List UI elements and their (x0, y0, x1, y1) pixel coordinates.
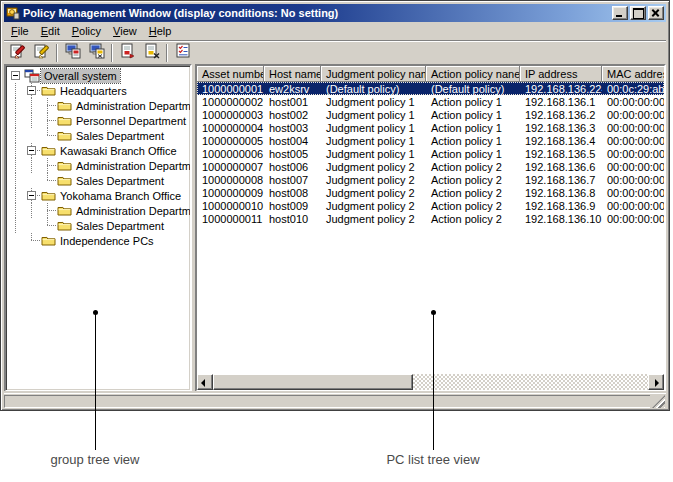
connector-line (47, 210, 56, 211)
connector-line (47, 211, 48, 218)
cell-host-name: host003 (264, 122, 321, 134)
tree-item-personnel-department[interactable]: Personnel Department (8, 113, 190, 128)
cell-asset-number: 1000000005 (197, 135, 264, 147)
cell-asset-number: 1000000007 (197, 161, 264, 173)
scroll-left-button[interactable] (197, 374, 213, 390)
tree-item-label: Independence PCs (57, 234, 157, 248)
table-row[interactable]: 1000000010host009Judgment policy 2Action… (197, 199, 664, 212)
edit-policy-pencil-yellow-icon (33, 42, 51, 63)
collapse-expander-icon[interactable] (11, 71, 20, 80)
policy-checklist-button[interactable] (171, 42, 194, 63)
pc-list-callout-line (433, 314, 434, 450)
menu-edit[interactable]: Edit (35, 23, 66, 39)
cell-host-name: host008 (264, 187, 321, 199)
collapse-expander-icon[interactable] (27, 146, 36, 155)
folder-icon (56, 128, 72, 143)
pc-list-callout-label: PC list tree view (353, 452, 513, 467)
tree-indent (8, 158, 24, 173)
tree-item-administration-department[interactable]: Administration Department (8, 158, 190, 173)
close-button[interactable] (648, 6, 664, 20)
apply-policy-document-button[interactable] (116, 42, 139, 63)
scrollbar-thumb[interactable] (213, 374, 413, 390)
tree-item-administration-department[interactable]: Administration Department (8, 203, 190, 218)
column-header-judgment-policy-name[interactable]: Judgment policy name (321, 66, 426, 82)
cell-action-policy-nane: Action policy 1 (426, 122, 520, 134)
table-row[interactable]: 1000000007host006Judgment policy 2Action… (197, 160, 664, 173)
menu-policy[interactable]: Policy (66, 23, 107, 39)
cell-ip-address: 192.168.136.4 (520, 135, 602, 147)
tree-item-sales-department[interactable]: Sales Department (8, 218, 190, 233)
menu-view[interactable]: View (107, 23, 143, 39)
table-row[interactable]: 1000000003host002Judgment policy 1Action… (197, 108, 664, 121)
tree-item-label: Sales Department (73, 219, 167, 233)
tree-connector (24, 233, 40, 248)
column-header-host-name[interactable]: Host name (264, 66, 321, 82)
tree-item-independence-pcs[interactable]: Independence PCs (8, 233, 190, 248)
menu-file[interactable]: File (5, 23, 35, 39)
table-row[interactable]: 1000000005host004Judgment policy 1Action… (197, 134, 664, 147)
minimize-button[interactable] (612, 6, 628, 20)
tree-indent (8, 173, 24, 188)
table-row[interactable]: 1000000006host005Judgment policy 1Action… (197, 147, 664, 160)
release-policy-document-button[interactable] (140, 42, 163, 63)
tree-item-overall-system[interactable]: Overall system (8, 68, 190, 83)
tree-indent (24, 173, 40, 188)
cell-judgment-policy-name: Judgment policy 2 (321, 187, 426, 199)
cell-ip-address: 192.168.136.10 (520, 213, 602, 225)
menu-help[interactable]: Help (143, 23, 178, 39)
titlebar[interactable]: Policy Management Window (display condit… (4, 4, 666, 22)
group-tree-view[interactable]: Overall systemHeadquartersAdministration… (4, 64, 192, 392)
column-header-asset-number[interactable]: Asset number (197, 66, 264, 82)
cell-asset-number: 1000000011 (197, 213, 264, 225)
connector-line (31, 240, 40, 241)
cell-mac-address: 00:00:00:00: (602, 148, 664, 160)
table-row[interactable]: 1000000004host003Judgment policy 1Action… (197, 121, 664, 134)
column-header-action-policy-nane[interactable]: Action policy nane (426, 66, 520, 82)
new-policy-pencil-red-button[interactable] (6, 42, 29, 63)
table-row[interactable]: 1000000011host010Judgment policy 2Action… (197, 212, 664, 225)
tree-connector (40, 98, 56, 113)
collapse-expander-icon[interactable] (27, 191, 36, 200)
pc-list-view[interactable]: Asset numberHost nameJudgment policy nam… (195, 64, 666, 392)
table-row[interactable]: 1000000001ew2ksrv(Default policy)(Defaul… (197, 82, 664, 95)
tree-item-yokohama-branch-office[interactable]: Yokohama Branch Office (8, 188, 190, 203)
tree-item-sales-department[interactable]: Sales Department (8, 173, 190, 188)
edit-policy-pencil-yellow-button[interactable] (30, 42, 53, 63)
scrollbar-track[interactable] (413, 374, 648, 390)
arrow-right-icon (655, 379, 659, 387)
cell-ip-address: 192.168.136.7 (520, 174, 602, 186)
tree-expander-slot[interactable] (24, 188, 40, 203)
tree-expander-slot[interactable] (24, 143, 40, 158)
tree-item-label: Administration Department (73, 204, 192, 218)
cell-mac-address: 00:00:00:00: (602, 200, 664, 212)
cell-ip-address: 192.168.136.6 (520, 161, 602, 173)
table-row[interactable]: 1000000009host008Judgment policy 2Action… (197, 186, 664, 199)
column-header-ip-address[interactable]: IP address (520, 66, 602, 82)
table-row[interactable]: 1000000008host007Judgment policy 2Action… (197, 173, 664, 186)
tree-item-kawasaki-branch-office[interactable]: Kawasaki Branch Office (8, 143, 190, 158)
maximize-button[interactable] (630, 6, 646, 20)
collapse-expander-icon[interactable] (27, 86, 36, 95)
tree-expander-slot[interactable] (24, 83, 40, 98)
tree-expander-slot[interactable] (8, 68, 24, 83)
cell-action-policy-nane: Action policy 1 (426, 109, 520, 121)
scroll-right-button[interactable] (648, 374, 664, 390)
cell-action-policy-nane: Action policy 2 (426, 161, 520, 173)
folder-icon (40, 233, 56, 248)
connector-line (47, 106, 48, 113)
tree-item-sales-department[interactable]: Sales Department (8, 128, 190, 143)
column-header-mac-address[interactable]: MAC address (602, 66, 666, 82)
tree-item-headquarters[interactable]: Headquarters (8, 83, 190, 98)
table-row[interactable]: 1000000002host001Judgment policy 1Action… (197, 95, 664, 108)
assign-action-policy-pc-button[interactable] (85, 42, 108, 63)
cell-ip-address: 192.168.136.5 (520, 148, 602, 160)
horizontal-scrollbar[interactable] (197, 374, 664, 390)
tree-item-administration-department[interactable]: Administration Department (8, 98, 190, 113)
assign-judgment-policy-pc-button[interactable] (61, 42, 84, 63)
resize-grip[interactable] (652, 395, 665, 408)
toolbar-separator (111, 44, 113, 62)
tree-indent (8, 203, 24, 218)
cell-mac-address: 00:00:00:00: (602, 161, 664, 173)
connector-line (47, 121, 48, 128)
cell-ip-address: 192.168.136.8 (520, 187, 602, 199)
